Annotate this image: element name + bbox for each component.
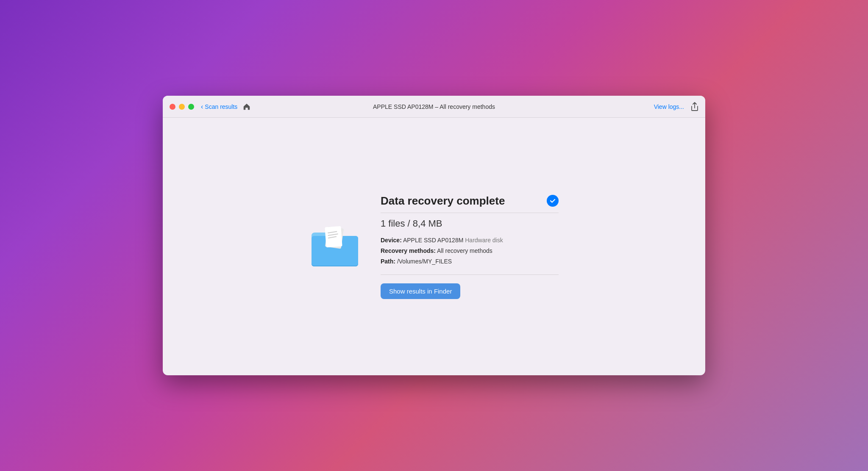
show-results-button[interactable]: Show results in Finder bbox=[381, 283, 460, 299]
back-label: Scan results bbox=[205, 103, 237, 110]
close-button[interactable] bbox=[170, 104, 175, 110]
recovery-methods-label: Recovery methods: bbox=[381, 247, 436, 254]
device-row: Device: APPLE SSD AP0128M Hardware disk bbox=[381, 236, 559, 245]
home-button[interactable] bbox=[242, 103, 251, 111]
path-label: Path: bbox=[381, 258, 395, 265]
recovery-title: Data recovery complete bbox=[381, 194, 505, 208]
file-count: 1 files / 8,4 MB bbox=[381, 218, 559, 229]
device-value: APPLE SSD AP0128M bbox=[403, 237, 463, 244]
device-label: Device: bbox=[381, 237, 402, 244]
recovery-methods-row: Recovery methods: All recovery methods bbox=[381, 247, 559, 255]
app-window: ‹ Scan results APPLE SSD AP0128M – All r… bbox=[163, 96, 705, 375]
path-value: /Volumes/MY_FILES bbox=[397, 258, 452, 265]
share-button[interactable] bbox=[691, 102, 698, 111]
chevron-left-icon: ‹ bbox=[201, 103, 203, 111]
minimize-button[interactable] bbox=[179, 104, 185, 110]
divider bbox=[381, 274, 559, 275]
share-icon bbox=[691, 102, 698, 111]
view-logs-button[interactable]: View logs... bbox=[654, 103, 684, 110]
titlebar: ‹ Scan results APPLE SSD AP0128M – All r… bbox=[163, 96, 705, 118]
main-content: Data recovery complete 1 files / 8,4 MB … bbox=[163, 118, 705, 375]
path-row: Path: /Volumes/MY_FILES bbox=[381, 257, 559, 266]
device-type: Hardware disk bbox=[465, 237, 503, 244]
recovery-methods-value: All recovery methods bbox=[437, 247, 492, 254]
success-check-icon bbox=[547, 195, 559, 207]
window-title: APPLE SSD AP0128M – All recovery methods bbox=[373, 103, 495, 110]
back-button[interactable]: ‹ Scan results bbox=[201, 103, 237, 111]
titlebar-actions: View logs... bbox=[654, 102, 698, 111]
recovery-info: Data recovery complete 1 files / 8,4 MB … bbox=[381, 194, 559, 299]
window-controls bbox=[170, 104, 194, 110]
recovery-card: Data recovery complete 1 files / 8,4 MB … bbox=[309, 194, 559, 299]
maximize-button[interactable] bbox=[188, 104, 194, 110]
folder-icon bbox=[309, 223, 360, 270]
home-icon bbox=[242, 103, 251, 111]
recovery-header: Data recovery complete bbox=[381, 194, 559, 213]
details-section: Device: APPLE SSD AP0128M Hardware disk … bbox=[381, 236, 559, 266]
